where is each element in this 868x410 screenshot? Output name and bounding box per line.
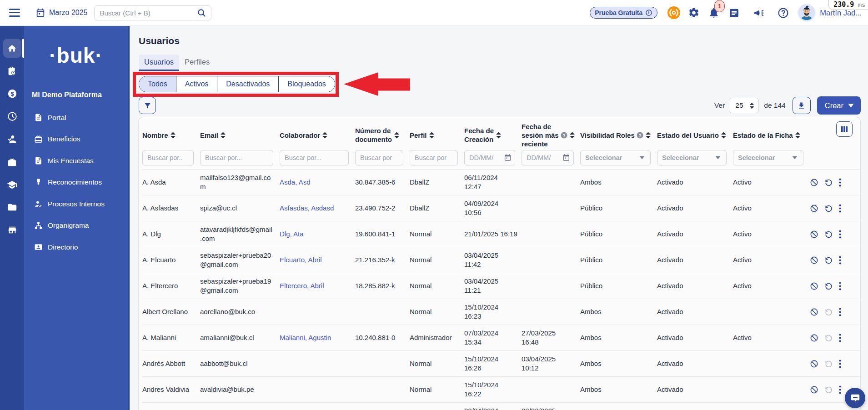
sort-icon[interactable] [394, 132, 400, 139]
sort-icon[interactable] [645, 132, 651, 139]
search-input[interactable] [94, 5, 211, 20]
colaborador-link[interactable]: Dlg, Ata [280, 230, 304, 238]
search-icon[interactable] [196, 8, 207, 18]
column-filter-select[interactable]: Seleccionar [580, 150, 651, 165]
column-filter-input[interactable] [410, 150, 458, 165]
sidebar-item-organigrama[interactable]: Organigrama [24, 215, 128, 237]
filter-button[interactable] [139, 97, 156, 114]
column-info-icon[interactable]: ? [637, 132, 643, 139]
sidebar-item-procesos[interactable]: Procesos Internos [24, 193, 128, 215]
colaborador-link[interactable]: Eltercero, Abril [280, 282, 324, 290]
rail-item-home[interactable] [0, 37, 24, 60]
row-menu-icon[interactable] [839, 360, 841, 368]
row-menu-icon[interactable] [839, 178, 841, 187]
column-filter-cell [142, 150, 200, 170]
sidebar-item-beneficios[interactable]: Beneficios [24, 129, 128, 150]
announcements-button[interactable] [749, 4, 769, 22]
column-filter-input[interactable] [200, 150, 273, 165]
column-info-icon[interactable]: ? [561, 132, 567, 139]
notifications-button[interactable]: 1 [704, 4, 724, 22]
page-size-select[interactable]: 25 [729, 98, 759, 113]
block-user-icon[interactable] [810, 360, 818, 368]
sort-icon[interactable] [170, 132, 176, 139]
sort-icon[interactable] [429, 132, 435, 139]
sort-icon[interactable] [721, 132, 727, 139]
rail-item-marketplace[interactable] [0, 219, 24, 241]
period-selector[interactable]: Marzo 2025 [35, 8, 88, 18]
page-size-value: 25 [735, 101, 743, 110]
segment-todos[interactable]: Todos [139, 76, 176, 92]
colaborador-link[interactable]: Elcuarto, Abril [280, 256, 322, 264]
sidebar-item-directorio[interactable]: Directorio [24, 236, 128, 258]
reset-password-icon[interactable] [824, 385, 833, 394]
column-picker-button[interactable] [836, 121, 853, 137]
reset-password-icon[interactable] [824, 230, 833, 239]
hamburger-menu-icon[interactable] [9, 9, 20, 17]
tab-usuarios[interactable]: Usuarios [139, 55, 179, 71]
block-user-icon[interactable] [810, 178, 818, 187]
news-button[interactable] [724, 4, 744, 22]
row-menu-icon[interactable] [839, 385, 841, 394]
block-user-icon[interactable] [810, 204, 818, 213]
assistant-button[interactable] [664, 4, 684, 22]
colaborador-link[interactable]: Malianni, Agustin [280, 334, 331, 341]
avatar[interactable] [798, 4, 816, 22]
row-menu-icon[interactable] [839, 282, 841, 290]
cell-nombre: A. Asda [142, 170, 200, 195]
trial-badge[interactable]: Prueba Gratuita [590, 7, 657, 19]
sort-icon[interactable] [569, 132, 575, 139]
segment-activos[interactable]: Activos [176, 76, 217, 92]
chat-fab-button[interactable] [845, 388, 865, 408]
rail-item-time[interactable] [0, 60, 24, 82]
sort-icon[interactable] [496, 132, 502, 139]
reset-password-icon[interactable] [824, 360, 833, 368]
create-button[interactable]: Crear [817, 96, 861, 115]
block-user-icon[interactable] [810, 256, 818, 265]
cell-documento: 19.600.841-1 [355, 221, 410, 247]
column-filter-select[interactable]: Seleccionar [733, 150, 803, 165]
reset-password-icon[interactable] [824, 204, 833, 213]
reset-password-icon[interactable] [824, 308, 833, 316]
column-filter-select[interactable]: Seleccionar [657, 150, 727, 165]
reset-password-icon[interactable] [824, 178, 833, 187]
sort-icon[interactable] [322, 132, 328, 139]
sidebar-item-encuestas[interactable]: Mis Encuestas [24, 150, 128, 172]
rail-item-documents[interactable] [0, 196, 24, 219]
column-filter-input[interactable] [280, 150, 349, 165]
block-user-icon[interactable] [810, 308, 818, 316]
help-button[interactable] [773, 4, 793, 22]
colaborador-link[interactable]: Asda, Asd [280, 178, 311, 186]
tab-perfiles[interactable]: Perfiles [179, 55, 215, 71]
row-menu-icon[interactable] [839, 334, 841, 342]
row-menu-icon[interactable] [839, 204, 841, 213]
rail-item-talent[interactable] [0, 128, 24, 150]
sort-icon[interactable] [220, 132, 226, 139]
row-menu-icon[interactable] [839, 308, 841, 316]
settings-button[interactable] [684, 4, 704, 22]
cell-perfil: Administrador [410, 403, 464, 410]
sidebar-item-portal[interactable]: Portal [24, 107, 128, 129]
rail-item-training[interactable] [0, 173, 24, 196]
colaborador-link[interactable]: Asfasdas, Asdasd [280, 204, 334, 212]
rail-item-payroll[interactable]: $ [0, 82, 24, 105]
rail-item-benefits[interactable] [0, 150, 24, 173]
block-user-icon[interactable] [810, 282, 818, 290]
download-button[interactable] [793, 97, 811, 114]
row-menu-icon[interactable] [839, 230, 841, 239]
rail-item-attendance[interactable] [0, 105, 24, 128]
reset-password-icon[interactable] [824, 282, 833, 290]
sort-icon[interactable] [795, 132, 801, 139]
segment-bloqueados[interactable]: Bloqueados [278, 76, 335, 92]
sidebar-item-reconocimientos[interactable]: Reconocimientos [24, 172, 128, 194]
column-filter-input[interactable] [355, 150, 403, 165]
reset-password-icon[interactable] [824, 334, 833, 342]
block-user-icon[interactable] [810, 334, 818, 342]
block-user-icon[interactable] [810, 385, 818, 394]
segment-desactivados[interactable]: Desactivados [217, 76, 278, 92]
row-menu-icon[interactable] [839, 256, 841, 265]
column-filter-input[interactable] [142, 150, 194, 165]
column-filter-date-input[interactable] [464, 150, 515, 165]
block-user-icon[interactable] [810, 230, 818, 239]
column-filter-date-input[interactable] [522, 150, 574, 165]
reset-password-icon[interactable] [824, 256, 833, 265]
